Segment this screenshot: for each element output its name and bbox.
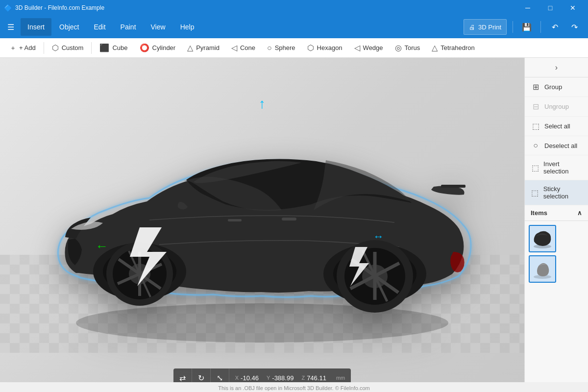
close-button[interactable]: ✕ [562,0,584,16]
titlebar-title: 3D Builder - FileInfo.com Example [15,4,104,11]
deselect-all-action[interactable]: ○ Deselect all [525,136,588,155]
toolbar-right: 🖨 3D Print 💾 ↶ ↷ [464,19,582,35]
menu-item-help[interactable]: Help [173,18,201,36]
group-label: Group [544,83,562,91]
pyramid-button[interactable]: △ Pyramid [181,39,225,57]
item-thumbnail-2[interactable] [529,255,556,283]
cube-button[interactable]: ⬛ Cube [94,39,133,57]
x-label: X [235,375,239,381]
sticky-selection-icon: ⬚ [531,188,539,197]
right-arrow-indicator: ↔ [373,230,384,243]
tetrahedron-button[interactable]: △ Tetrahedron [426,39,480,57]
y-value: -388.99 [272,374,294,382]
deselect-all-icon: ○ [531,141,540,150]
ungroup-action[interactable]: ⊟ Ungroup [525,97,588,117]
add-icon: ＋ [10,44,16,52]
item-thumbnail-1[interactable] [529,225,556,252]
menu-item-object[interactable]: Object [52,18,86,36]
tetrahedron-icon: △ [432,43,438,52]
right-panel: › ⊞ Group ⊟ Ungroup ⬚ Select all ○ Desel… [524,58,588,392]
car-container: ↑ ← ↔ [10,87,514,363]
titlebar: 🔷 3D Builder - FileInfo.com Example ─ □ … [0,0,588,16]
z-label: Z [301,375,305,381]
main-area: ↑ ← ↔ ⇄ ↻ ⤡ X -10.46 Y -388.99 [0,58,588,392]
toolbar-separator [513,21,513,33]
add-button[interactable]: ＋ + Add [4,39,42,57]
items-list [525,221,588,287]
svg-rect-22 [282,218,296,220]
print-icon: 🖨 [469,24,475,31]
insert-separator-2 [91,42,92,54]
z-value: 746.11 [307,374,326,382]
select-all-icon: ⬚ [531,122,540,131]
menubar: ☰ Insert Object Edit Paint View Help 🖨 3… [0,16,588,38]
insertbar: ＋ + Add ⬡ Custom ⬛ Cube ⭕ Cylinder △ Pyr… [0,38,588,58]
minimize-button[interactable]: ─ [516,0,539,16]
invert-selection-label: Invert selection [543,160,582,175]
menu-item-paint[interactable]: Paint [114,18,143,36]
items-header: Items ∧ [525,205,588,221]
panel-collapse-button[interactable]: › [525,58,588,77]
print-3d-button[interactable]: 🖨 3D Print [464,19,507,35]
items-label: Items [531,209,547,217]
redo-button[interactable]: ↷ [566,19,582,35]
y-label: Y [267,375,270,381]
x-value: -10.46 [241,374,259,382]
pyramid-icon: △ [187,43,193,52]
custom-icon: ⬡ [52,43,59,52]
viewport[interactable]: ↑ ← ↔ ⇄ ↻ ⤡ X -10.46 Y -388.99 [0,58,524,392]
custom-button[interactable]: ⬡ Custom [46,39,90,57]
menu-item-insert[interactable]: Insert [21,18,51,36]
cylinder-icon: ⭕ [140,43,149,52]
menu-item-edit[interactable]: Edit [87,18,112,36]
hexagon-icon: ⬡ [307,43,314,52]
sphere-icon: ○ [267,44,272,52]
car-model [42,107,483,343]
torus-button[interactable]: ◎ Torus [389,39,426,57]
hamburger-menu-button[interactable]: ☰ [2,18,20,36]
hexagon-button[interactable]: ⬡ Hexagon [301,39,348,57]
toolbar-separator-2 [540,21,541,33]
menu-item-view[interactable]: View [144,18,172,36]
select-all-action[interactable]: ⬚ Select all [525,117,588,136]
deselect-all-label: Deselect all [544,142,577,149]
status-text: This is an .OBJ file open in Microsoft 3… [0,382,588,392]
unit-label: mm [336,375,345,381]
item-2-preview [532,258,553,280]
maximize-button[interactable]: □ [539,0,562,16]
left-arrow-indicator: ← [96,239,108,254]
item-1-preview [532,228,553,249]
cube-icon: ⬛ [99,43,109,52]
cone-icon: ◁ [231,43,237,52]
group-icon: ⊞ [531,82,540,92]
x-coord-group: X -10.46 [235,374,259,382]
app-icon: 🔷 [4,4,12,12]
save-button[interactable]: 💾 [519,19,535,35]
coordinate-display: X -10.46 Y -388.99 Z 746.11 mm [229,374,351,382]
up-arrow-indicator: ↑ [259,97,266,111]
sphere-button[interactable]: ○ Sphere [261,39,301,57]
wedge-icon: ◁ [354,43,360,52]
ungroup-label: Ungroup [544,103,569,110]
titlebar-controls: ─ □ ✕ [516,0,584,16]
invert-selection-action[interactable]: ⬚ Invert selection [525,155,588,180]
wedge-button[interactable]: ◁ Wedge [348,39,389,57]
cone-button[interactable]: ◁ Cone [225,39,261,57]
y-coord-group: Y -388.99 [267,374,294,382]
svg-point-0 [76,303,448,343]
sticky-selection-label: Sticky selection [543,185,582,200]
items-collapse-icon[interactable]: ∧ [577,209,582,217]
ungroup-icon: ⊟ [531,102,540,111]
z-coord-group: Z 746.11 [301,374,326,382]
sticky-selection-action[interactable]: ⬚ Sticky selection [525,180,588,205]
items-section: Items ∧ [525,205,588,392]
svg-rect-19 [441,185,466,188]
svg-rect-23 [228,219,242,221]
invert-selection-icon: ⬚ [531,163,539,172]
insert-separator [44,42,44,54]
undo-button[interactable]: ↶ [547,19,563,35]
cylinder-button[interactable]: ⭕ Cylinder [134,39,182,57]
select-all-label: Select all [544,122,570,130]
group-action[interactable]: ⊞ Group [525,77,588,97]
titlebar-left: 🔷 3D Builder - FileInfo.com Example [4,4,104,12]
